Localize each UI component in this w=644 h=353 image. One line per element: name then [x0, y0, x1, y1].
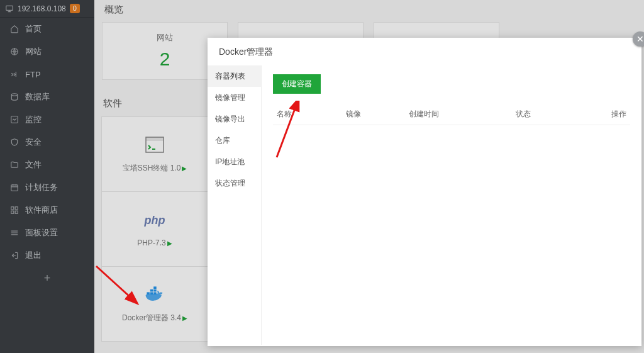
close-icon: ✕	[636, 34, 644, 44]
modal-title: Docker管理器	[208, 38, 641, 65]
col-created[interactable]: 创建时间	[405, 104, 512, 125]
modal-tab-images[interactable]: 镜像管理	[208, 87, 261, 108]
col-status[interactable]: 状态	[512, 104, 599, 125]
col-action[interactable]: 操作	[599, 104, 630, 125]
modal-tab-registry[interactable]: 仓库	[208, 130, 261, 151]
modal-tab-export[interactable]: 镜像导出	[208, 108, 261, 130]
col-name[interactable]: 名称	[273, 104, 342, 125]
col-image[interactable]: 镜像	[342, 104, 405, 125]
container-table: 名称 镜像 创建时间 状态 操作	[273, 104, 630, 125]
modal-tab-status[interactable]: 状态管理	[208, 172, 261, 194]
create-container-button[interactable]: 创建容器	[273, 74, 321, 94]
modal-tab-ippool[interactable]: IP地址池	[208, 151, 261, 172]
modal-content: 创建容器 名称 镜像 创建时间 状态 操作	[262, 65, 641, 345]
modal-tab-containers[interactable]: 容器列表	[208, 65, 261, 87]
modal-sidebar: 容器列表 镜像管理 镜像导出 仓库 IP地址池 状态管理	[208, 65, 262, 345]
modal-close-button[interactable]: ✕	[633, 31, 644, 47]
docker-modal: Docker管理器 容器列表 镜像管理 镜像导出 仓库 IP地址池 状态管理 创…	[208, 38, 641, 346]
